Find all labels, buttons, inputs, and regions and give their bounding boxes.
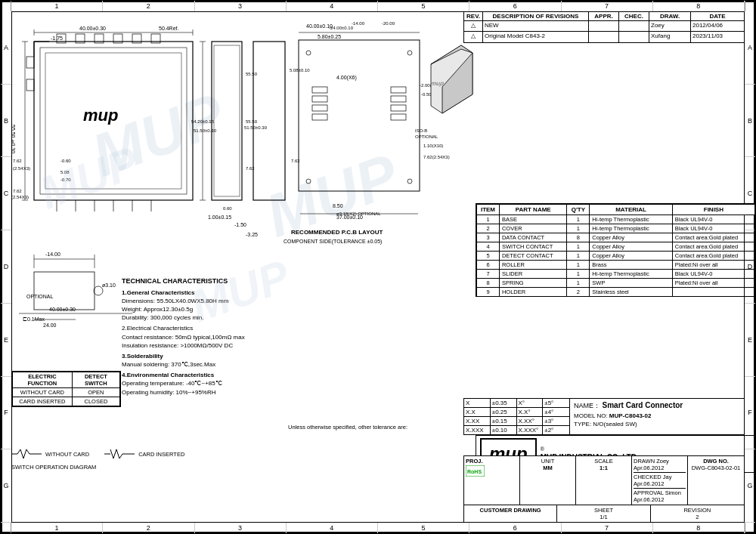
pt-item-3: 4 — [477, 242, 500, 252]
revision-label: REVISION — [652, 507, 742, 514]
svg-text:1.10(X10): 1.10(X10) — [423, 144, 443, 148]
svg-rect-66 — [391, 96, 406, 102]
tol-deg1-val: ±5° — [543, 399, 569, 407]
svg-text:8.50: 8.50 — [333, 203, 343, 208]
pt-qty-6: 1 — [567, 270, 590, 279]
env-op-temp: Operating temperature: -40℃~+85℃ — [122, 379, 356, 387]
svg-text:ø3.10: ø3.10 — [102, 282, 116, 288]
tol-deg2-val: ±4° — [543, 408, 569, 416]
table-row: 7 SLIDER 1 Hi-temp Thermoplastic Black U… — [477, 270, 755, 279]
product-type-value: N/O(sealed SW) — [593, 421, 637, 428]
scale-value: 1:1 — [578, 465, 630, 471]
svg-text:-14.00: -14.00 — [352, 21, 365, 26]
tol-xxx: X.XX — [464, 417, 491, 425]
svg-text:54.20±0.15: 54.20±0.15 — [191, 119, 215, 124]
pt-item-5: 6 — [477, 261, 500, 270]
svg-text:mup: mup — [430, 80, 445, 87]
svg-text:5.08: 5.08 — [60, 170, 70, 174]
svg-point-56 — [306, 51, 311, 55]
svg-point-57 — [407, 51, 412, 55]
pt-qty-0: 1 — [567, 215, 590, 224]
svg-text:7.62(2.54X3): 7.62(2.54X3) — [423, 155, 450, 159]
pt-finish-8 — [672, 288, 754, 297]
svg-text:RECOMMENDED P.C.B LAYOUT: RECOMMENDED P.C.B LAYOUT — [291, 229, 383, 236]
svg-text:55.50: 55.50 — [246, 72, 258, 76]
table-row: 8 SPRING 1 SWP Plated:Ni over all — [477, 279, 755, 288]
pt-material-3: Copper Alloy — [590, 242, 672, 252]
pt-part-5: ROLLER — [499, 261, 566, 270]
rev1-appr — [589, 21, 619, 31]
tol-deg3-val: ±3° — [543, 417, 569, 425]
gen-char-heading: 1.General Characteristics — [122, 289, 356, 297]
ef-header-detect: DETECT SWITCH — [72, 372, 119, 388]
date-header: DATE — [691, 12, 744, 20]
svg-text:55.50: 55.50 — [246, 119, 258, 124]
col-2-top: 2 — [103, 1, 194, 11]
svg-text:7.62: 7.62 — [13, 189, 22, 193]
svg-rect-80 — [34, 272, 94, 310]
pt-item-8: 9 — [477, 288, 500, 297]
col-5-bot: 5 — [378, 523, 469, 533]
svg-text:(2.54X3): (2.54X3) — [13, 166, 30, 171]
table-row: 9 HOLDER 2 Stainless steel — [477, 288, 755, 297]
rev2-date: 2023/11/03 — [691, 32, 744, 42]
rev2-appr — [589, 32, 619, 42]
svg-line-108 — [20, 449, 23, 458]
row-e-right: E — [745, 304, 755, 377]
svg-text:-24.00±0.10: -24.00±0.10 — [329, 26, 354, 30]
svg-text:-3.25: -3.25 — [246, 232, 258, 237]
svg-line-116 — [119, 454, 122, 458]
gen-char-dim: Dimensions: 55.50LX40.0WX5.80H mm — [122, 297, 356, 305]
pt-header-material: MATERIAL — [590, 205, 672, 215]
product-model-row: MODEL NO: MUP-C8043-02 — [574, 412, 740, 419]
svg-text:-14.00: -14.00 — [45, 252, 60, 257]
approval-name: Simon — [665, 489, 681, 496]
product-type-row: TYPE: N/O(sealed SW) — [574, 421, 740, 428]
ef-card-inserted-cond: CARD INSERTED — [13, 397, 73, 406]
pt-part-2: DATA CONTACT — [499, 233, 566, 242]
dwg-no-value: DWG-C8043-02-01 — [689, 465, 742, 471]
pt-finish-4: Contact area:Gold plated — [672, 252, 754, 261]
svg-text:7.62: 7.62 — [13, 159, 22, 163]
svg-line-115 — [116, 449, 119, 458]
pt-finish-3: Contact area:Gold plated — [672, 242, 754, 252]
product-name-row: NAME： Smart Card Connector — [574, 401, 740, 411]
pt-material-4: Copper Alloy — [590, 252, 672, 261]
ef-no-card-cond: WITHOUT CARD — [13, 388, 73, 397]
col-7-bot: 7 — [562, 523, 653, 533]
svg-text:COMPONENT SIDE(TOLERANCE ±0.05: COMPONENT SIDE(TOLERANCE ±0.05) — [284, 239, 382, 245]
parts-table: ITEM PART NAME Q'TY MATERIAL FINISH 1 BA… — [476, 203, 755, 297]
svg-line-113 — [110, 449, 113, 458]
col-4-top: 4 — [287, 1, 378, 11]
pt-qty-1: 1 — [567, 224, 590, 233]
rev2-chec — [619, 32, 649, 42]
elec-contact-res: Contact resistance: 50mΩ typical,100mΩ m… — [122, 333, 356, 341]
svg-text:-0.50: -0.50 — [421, 92, 432, 97]
tol-x-val: ±0.35 — [491, 399, 517, 407]
chec-header: CHEC. — [619, 12, 649, 20]
tol-x: X — [464, 399, 491, 407]
svg-text:MUP: MUP — [83, 80, 233, 190]
svg-text:ISO-B: ISO-B — [415, 128, 427, 133]
electric-function-table: ELECTRIC FUNCTION DETECT SWITCH WITHOUT … — [11, 371, 121, 407]
svg-text:40.00±0.30: 40.00±0.30 — [49, 307, 76, 312]
pt-material-8: Stainless steel — [590, 288, 672, 297]
customer-label: CUSTOMER DRAWING — [464, 505, 557, 522]
table-row: 4 SWITCH CONTACT 1 Copper Alloy Contact … — [477, 242, 755, 252]
without-card-label: WITHOUT CARD — [45, 451, 89, 458]
checked-label: CHECKED — [634, 474, 662, 480]
col-6-top: 6 — [469, 1, 561, 11]
col-6-bot: 6 — [469, 523, 561, 533]
row-b-right: B — [745, 85, 755, 158]
tol-xxxx-val: ±0.10 — [491, 426, 517, 434]
svg-rect-20 — [26, 57, 34, 68]
revision-value: 2 — [652, 514, 742, 520]
row-e-left: E — [1, 304, 11, 377]
svg-line-114 — [113, 449, 116, 458]
svg-rect-67 — [391, 105, 406, 111]
table-row: 5 DETECT CONTACT 1 Copper Alloy Contact … — [477, 252, 755, 261]
pt-finish-6: Black UL94V-0 — [672, 270, 754, 279]
unit-label: UNIT — [522, 458, 574, 465]
svg-point-59 — [407, 179, 412, 184]
pt-part-8: HOLDER — [499, 288, 566, 297]
